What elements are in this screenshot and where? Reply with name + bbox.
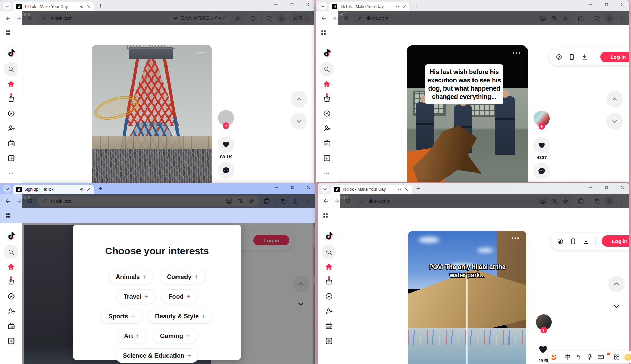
- punctuation-mode-icon[interactable]: [575, 354, 582, 360]
- minimize-button[interactable]: [272, 1, 280, 8]
- sidebar-live[interactable]: [323, 136, 331, 151]
- interest-beauty-style[interactable]: Beauty & Style+: [148, 309, 213, 323]
- download-icon[interactable]: [581, 54, 588, 60]
- sidebar-search[interactable]: [322, 244, 336, 259]
- back-button[interactable]: [318, 13, 329, 24]
- close-button[interactable]: [619, 1, 626, 8]
- get-app-icon[interactable]: [570, 238, 577, 245]
- like-button[interactable]: [218, 136, 234, 153]
- minimize-button[interactable]: [587, 184, 594, 191]
- apps-grid-icon[interactable]: [320, 29, 327, 36]
- sidebar-home[interactable]: [323, 76, 331, 91]
- sidebar-following[interactable]: [7, 121, 15, 136]
- interest-comedy[interactable]: Comedy+: [160, 270, 205, 284]
- url-text[interactable]: https://www.tiktok.com/en/: [369, 198, 540, 204]
- sidebar-home[interactable]: [325, 259, 333, 274]
- voice-input-icon[interactable]: [586, 354, 593, 360]
- tab-close-icon[interactable]: [87, 4, 91, 9]
- sidebar-shop[interactable]: [325, 274, 333, 289]
- tab-close-icon[interactable]: [87, 187, 91, 192]
- tiktok-logo[interactable]: [7, 231, 16, 241]
- maximize-button[interactable]: [289, 184, 296, 191]
- video-player-ride[interactable]: [92, 45, 212, 183]
- creator-avatar[interactable]: +: [534, 111, 550, 127]
- interest-art[interactable]: Art+: [117, 329, 147, 343]
- sidebar-upload[interactable]: [325, 334, 333, 348]
- apps-grid-icon[interactable]: [4, 29, 11, 36]
- tab-close-icon[interactable]: [404, 187, 408, 192]
- emoji-face-icon[interactable]: [624, 354, 631, 361]
- maximize-button[interactable]: [603, 184, 610, 191]
- input-language-toggle[interactable]: 中: [565, 354, 571, 360]
- maximize-button[interactable]: [603, 1, 610, 8]
- url-text[interactable]: https://www.tiktok.com/en/: [367, 16, 540, 21]
- address-bar[interactable]: https://www.tiktok.com/en/ 已允许使用第三方 Cook…: [38, 13, 246, 24]
- next-video-button[interactable]: [606, 113, 623, 130]
- interest-food[interactable]: Food+: [162, 290, 198, 304]
- download-icon[interactable]: [583, 238, 589, 245]
- coins-icon[interactable]: [557, 238, 564, 245]
- tab-tiktok[interactable]: TikTok - Make Your Day: [329, 2, 409, 11]
- new-tab-button[interactable]: [98, 186, 103, 191]
- follow-plus-icon[interactable]: +: [223, 122, 229, 129]
- interest-animals[interactable]: Animals+: [109, 270, 154, 284]
- url-text[interactable]: https://www.tiktok.com/en/: [51, 198, 226, 204]
- interest-travel[interactable]: Travel+: [117, 290, 155, 304]
- sidebar-search[interactable]: [4, 244, 18, 259]
- address-bar[interactable]: https://www.tiktok.com/en/: [355, 196, 574, 206]
- address-bar[interactable]: https://www.tiktok.com/en/: [38, 196, 260, 206]
- interest-gaming[interactable]: Gaming+: [153, 329, 197, 343]
- sidebar-upload[interactable]: [323, 151, 331, 166]
- minimize-button[interactable]: [273, 184, 280, 191]
- video-player-dog[interactable]: His last wish before his execution was t…: [407, 45, 528, 182]
- close-button[interactable]: [304, 1, 312, 8]
- maximize-button[interactable]: [288, 1, 296, 8]
- sidebar-upload[interactable]: [7, 151, 15, 166]
- creator-avatar[interactable]: +: [536, 314, 552, 330]
- sidebar-live[interactable]: [325, 319, 333, 334]
- interest-science-education[interactable]: Science & Education+: [116, 349, 198, 363]
- login-button[interactable]: Log in: [600, 52, 629, 62]
- sidebar-home[interactable]: [7, 259, 15, 274]
- sidebar-home[interactable]: [7, 76, 15, 91]
- tab-tiktok[interactable]: TikTok - Make Your Day: [13, 2, 94, 11]
- next-video-button[interactable]: [608, 298, 625, 315]
- tab-audio-icon[interactable]: [395, 4, 400, 9]
- sidebar-shop[interactable]: [323, 91, 331, 106]
- sidebar-explore[interactable]: [7, 106, 15, 121]
- previous-video-button[interactable]: [606, 91, 623, 108]
- tab-close-icon[interactable]: [402, 4, 406, 9]
- sidebar-more[interactable]: [324, 166, 330, 180]
- video-more-options-icon[interactable]: [513, 52, 520, 54]
- toolbox-grid-icon[interactable]: [613, 354, 620, 360]
- previous-video-button[interactable]: [291, 91, 307, 108]
- sidebar-more[interactable]: [8, 166, 14, 180]
- interest-sports[interactable]: Sports+: [101, 309, 142, 323]
- close-button[interactable]: [619, 184, 626, 191]
- video-more-options-icon[interactable]: [198, 52, 205, 53]
- tab-audio-icon[interactable]: [79, 4, 84, 9]
- get-app-icon[interactable]: [568, 54, 575, 60]
- tab-audio-icon[interactable]: [79, 187, 84, 192]
- comment-button[interactable]: [218, 162, 234, 179]
- tab-search-button[interactable]: [3, 2, 11, 10]
- sidebar-live[interactable]: [7, 136, 15, 151]
- sidebar-shop[interactable]: [7, 274, 15, 289]
- sidebar-following[interactable]: [325, 304, 333, 319]
- tab-signup[interactable]: Sign up | TikTok: [13, 185, 94, 194]
- sidebar-following[interactable]: [323, 121, 331, 136]
- sidebar-explore[interactable]: [7, 289, 15, 304]
- coins-icon[interactable]: [556, 54, 562, 60]
- previous-video-button[interactable]: [608, 276, 625, 292]
- comment-button[interactable]: [533, 163, 550, 179]
- close-button[interactable]: [305, 184, 312, 191]
- sidebar-upload[interactable]: [7, 334, 15, 348]
- sidebar-shop[interactable]: [7, 91, 15, 106]
- creator-avatar[interactable]: +: [218, 110, 234, 126]
- sidebar-following[interactable]: [7, 304, 15, 319]
- tab-audio-icon[interactable]: [397, 187, 402, 192]
- sidebar-explore[interactable]: [323, 106, 331, 121]
- url-text[interactable]: https://www.tiktok.com/en/: [51, 16, 169, 21]
- sidebar-search[interactable]: [4, 62, 18, 76]
- new-tab-button[interactable]: [98, 3, 103, 8]
